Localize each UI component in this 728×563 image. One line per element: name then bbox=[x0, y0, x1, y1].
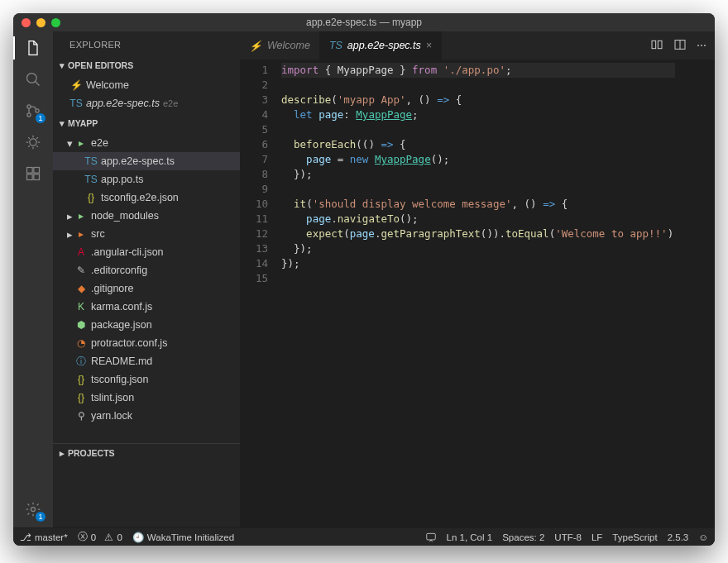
open-editors-list: ⚡WelcomeTSapp.e2e-spec.tse2e bbox=[53, 74, 240, 114]
split-icon[interactable] bbox=[673, 38, 687, 54]
folder-icon: ▸ bbox=[74, 210, 88, 222]
file-icon: ⬢ bbox=[74, 319, 88, 331]
folder-icon: ▸ bbox=[74, 228, 88, 240]
compare-icon[interactable] bbox=[650, 38, 663, 54]
file-item[interactable]: TSapp.po.ts bbox=[53, 170, 240, 188]
folder-item[interactable]: ▸▸node_modules bbox=[53, 207, 240, 225]
file-item[interactable]: TSapp.e2e-spec.ts bbox=[53, 152, 240, 170]
svg-rect-11 bbox=[658, 41, 662, 48]
debug-icon[interactable] bbox=[23, 132, 43, 152]
folder-icon: ▸ bbox=[74, 137, 88, 149]
vscode-window: app.e2e-spec.ts — myapp 1 1 EXPLORER ▾OP… bbox=[13, 13, 715, 546]
file-item[interactable]: ⬢package.json bbox=[53, 316, 240, 334]
file-item[interactable]: ✎.editorconfig bbox=[53, 261, 240, 279]
scm-icon[interactable]: 1 bbox=[23, 101, 43, 121]
wakatime-status[interactable]: 🕘 WakaTime Initialized bbox=[132, 532, 234, 543]
file-icon: {} bbox=[74, 374, 88, 385]
feedback-icon[interactable] bbox=[425, 532, 437, 543]
close-window[interactable] bbox=[22, 18, 31, 27]
file-icon: K bbox=[74, 301, 88, 313]
editor-tab[interactable]: ⚡Welcome bbox=[240, 31, 320, 60]
file-icon: ◆ bbox=[74, 283, 88, 294]
file-icon: ⓘ bbox=[74, 355, 88, 369]
file-tree: ▾▸e2eTSapp.e2e-spec.tsTSapp.po.ts{}tscon… bbox=[53, 132, 240, 427]
minimize-window[interactable] bbox=[36, 18, 46, 27]
file-icon: ✎ bbox=[74, 265, 88, 276]
file-icon: {} bbox=[84, 192, 98, 203]
version-status[interactable]: 2.5.3 bbox=[668, 532, 689, 542]
traffic-lights bbox=[22, 18, 60, 27]
branch-status[interactable]: ⎇ master* bbox=[20, 532, 68, 543]
sidebar: EXPLORER ▾OPEN EDITORS ⚡WelcomeTSapp.e2e… bbox=[53, 31, 240, 527]
file-icon: ⚡ bbox=[249, 40, 262, 52]
maximize-window[interactable] bbox=[51, 18, 60, 27]
sidebar-title: EXPLORER bbox=[53, 31, 240, 56]
svg-point-2 bbox=[27, 113, 31, 117]
svg-point-4 bbox=[30, 139, 36, 146]
folder-item[interactable]: ▸▸src bbox=[53, 225, 240, 243]
titlebar[interactable]: app.e2e-spec.ts — myapp bbox=[13, 13, 715, 31]
section-open-editors[interactable]: ▾OPEN EDITORS bbox=[53, 56, 240, 74]
gear-icon[interactable]: 1 bbox=[23, 499, 43, 519]
eol-status[interactable]: LF bbox=[592, 532, 602, 542]
lang-status[interactable]: TypeScript bbox=[612, 532, 657, 542]
file-item[interactable]: {}tsconfig.json bbox=[53, 370, 240, 389]
extensions-icon[interactable] bbox=[23, 164, 43, 184]
window-title: app.e2e-spec.ts — myapp bbox=[13, 17, 715, 28]
section-projects[interactable]: ▸PROJECTS bbox=[53, 443, 240, 461]
file-icon: ⚲ bbox=[74, 410, 88, 422]
svg-rect-7 bbox=[27, 174, 33, 180]
file-icon: A bbox=[74, 246, 88, 258]
editor-tab[interactable]: TSapp.e2e-spec.ts× bbox=[320, 31, 442, 60]
file-icon: TS bbox=[329, 40, 342, 51]
smiley-icon[interactable]: ☺ bbox=[698, 532, 708, 542]
spaces-status[interactable]: Spaces: 2 bbox=[502, 532, 544, 542]
file-item[interactable]: {}tslint.json bbox=[53, 389, 240, 407]
svg-rect-5 bbox=[27, 168, 33, 174]
code-area[interactable]: 123456789101112131415 import { MyappPage… bbox=[240, 60, 715, 527]
svg-point-9 bbox=[31, 508, 36, 512]
file-item[interactable]: Kkarma.conf.js bbox=[53, 298, 240, 316]
editor: ⚡WelcomeTSapp.e2e-spec.ts× ⋯ 12345678910… bbox=[240, 31, 715, 527]
tab-bar: ⚡WelcomeTSapp.e2e-spec.ts× ⋯ bbox=[240, 31, 715, 60]
code-lines[interactable]: import { MyappPage } from './app.po'; de… bbox=[276, 60, 675, 527]
svg-point-3 bbox=[36, 109, 39, 112]
file-item[interactable]: ⓘREADME.md bbox=[53, 352, 240, 370]
explorer-icon[interactable] bbox=[23, 38, 43, 58]
open-editor-item[interactable]: ⚡Welcome bbox=[53, 76, 240, 94]
svg-rect-10 bbox=[652, 41, 656, 48]
file-icon: ◔ bbox=[74, 337, 88, 349]
file-icon: ⚡ bbox=[69, 79, 83, 91]
gear-badge: 1 bbox=[36, 512, 46, 522]
file-item[interactable]: {}tsconfig.e2e.json bbox=[53, 188, 240, 207]
scm-badge: 1 bbox=[36, 113, 46, 123]
activity-bar: 1 1 bbox=[13, 31, 53, 527]
svg-rect-13 bbox=[426, 533, 435, 540]
file-icon: TS bbox=[69, 98, 83, 109]
lncol-status[interactable]: Ln 1, Col 1 bbox=[447, 532, 493, 542]
section-project[interactable]: ▾MYAPP bbox=[53, 114, 240, 132]
encoding-status[interactable]: UTF-8 bbox=[554, 532, 582, 542]
svg-rect-8 bbox=[34, 174, 40, 180]
open-editor-item[interactable]: TSapp.e2e-spec.tse2e bbox=[53, 94, 240, 112]
svg-point-1 bbox=[27, 105, 31, 108]
status-bar: ⎇ master* ⓧ 0 ⚠ 0 🕘 WakaTime Initialized… bbox=[13, 527, 715, 546]
more-icon[interactable]: ⋯ bbox=[697, 40, 706, 51]
file-item[interactable]: ◆.gitignore bbox=[53, 279, 240, 298]
file-item[interactable]: ◔protractor.conf.js bbox=[53, 334, 240, 352]
svg-rect-6 bbox=[34, 168, 40, 174]
file-item[interactable]: A.angular-cli.json bbox=[53, 243, 240, 261]
file-icon: TS bbox=[84, 174, 98, 185]
svg-point-0 bbox=[27, 74, 37, 83]
minimap[interactable] bbox=[675, 60, 715, 527]
file-icon: {} bbox=[74, 392, 88, 403]
line-gutter: 123456789101112131415 bbox=[240, 60, 276, 527]
file-item[interactable]: ⚲yarn.lock bbox=[53, 407, 240, 425]
file-icon: TS bbox=[84, 155, 98, 167]
search-icon[interactable] bbox=[23, 69, 43, 89]
folder-item[interactable]: ▾▸e2e bbox=[53, 134, 240, 152]
close-icon[interactable]: × bbox=[426, 40, 432, 51]
problems-status[interactable]: ⓧ 0 ⚠ 0 bbox=[78, 531, 122, 543]
